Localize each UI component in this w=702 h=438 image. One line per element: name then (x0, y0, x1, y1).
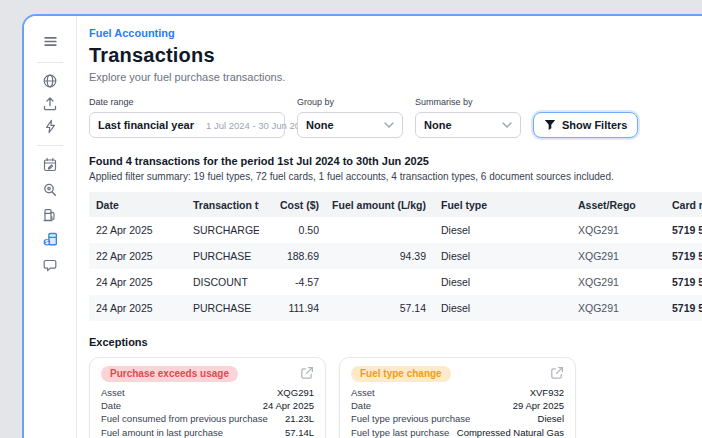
table-cell: Diesel (426, 250, 566, 262)
table-cell: 5719 52 (661, 250, 702, 262)
lightning-icon (43, 119, 58, 134)
table-cell: 57.14 (319, 302, 426, 314)
table-body: 22 Apr 2025SURCHARGE0.50DieselXQG2915719… (89, 217, 702, 321)
exception-detail-row: Fuel amount in last purchase57.14L (101, 426, 314, 438)
table-cell: 22 Apr 2025 (89, 250, 186, 262)
date-range-value: Last financial year (98, 119, 194, 131)
date-range-select[interactable]: Last financial year 1 Jul 2024 - 30 Jun … (89, 112, 285, 138)
table-cell: XQG291 (566, 250, 661, 262)
exception-detail-row: AssetXQG291 (101, 386, 314, 399)
sidebar-item-fuel-accounting[interactable]: $ (38, 227, 62, 252)
exception-detail-value: Diesel (538, 412, 564, 425)
exception-detail-value: XQG291 (277, 386, 314, 399)
group-by-label: Group by (297, 97, 403, 108)
table-cell: 111.94 (259, 302, 319, 314)
exception-detail-row: Fuel consumed from previous purchase21.2… (101, 412, 314, 425)
sidebar-item-globe[interactable] (38, 69, 62, 92)
exception-detail-value: 21.23L (285, 412, 314, 425)
exception-detail-label: Fuel amount in last purchase (101, 426, 223, 438)
results-summary: Found 4 transactions for the period 1st … (89, 154, 702, 168)
table-cell: 22 Apr 2025 (89, 224, 186, 236)
app-window: $ Fuel Accounting Transactions Explore y… (22, 14, 702, 438)
date-range-dates: 1 Jul 2024 - 30 Jun 2025 (206, 120, 311, 131)
exception-detail-value: 29 Apr 2025 (513, 399, 564, 412)
column-header: Cost ($) (259, 199, 319, 211)
main-content: Fuel Accounting Transactions Explore you… (77, 16, 702, 438)
svg-text:$: $ (44, 239, 48, 245)
column-header: Card number (661, 199, 702, 211)
table-row[interactable]: 22 Apr 2025PURCHASE188.6994.39DieselXQG2… (89, 243, 702, 269)
page-subtitle: Explore your fuel purchase transactions. (89, 70, 702, 84)
date-range-label: Date range (89, 97, 285, 108)
table-row[interactable]: 22 Apr 2025SURCHARGE0.50DieselXQG2915719… (89, 217, 702, 243)
sidebar-item-search-location[interactable] (38, 177, 62, 202)
table-cell: SURCHARGE (186, 224, 259, 236)
column-header: Asset/Rego (566, 199, 661, 211)
calendar-icon (42, 157, 58, 173)
breadcrumb[interactable]: Fuel Accounting (89, 26, 702, 40)
search-location-icon (42, 182, 58, 198)
exception-cards: Purchase exceeds usageAssetXQG291Date24 … (89, 357, 702, 438)
external-link-icon (550, 368, 564, 383)
exception-detail-row: AssetXVF932 (351, 386, 564, 399)
sidebar-item-chat[interactable] (38, 252, 62, 277)
column-header: Transaction type (186, 199, 259, 211)
exception-detail-label: Date (101, 399, 121, 412)
page-title: Transactions (89, 42, 702, 68)
table-cell: DISCOUNT (186, 276, 259, 288)
open-exception-button[interactable] (550, 366, 564, 380)
applied-filter-summary: Applied filter summary: 19 fuel types, 7… (89, 170, 702, 183)
table-cell: PURCHASE (186, 302, 259, 314)
exception-card: Purchase exceeds usageAssetXQG291Date24 … (89, 357, 326, 438)
chevron-down-icon (502, 122, 512, 128)
group-by-group: Group by None (297, 97, 403, 138)
sidebar-item-upload[interactable] (38, 92, 62, 115)
exception-detail-label: Fuel type previous purchase (351, 412, 470, 425)
group-by-select[interactable]: None (297, 112, 403, 138)
chevron-down-icon (384, 122, 394, 128)
table-cell: XQG291 (566, 224, 661, 236)
exception-card: Fuel type changeAssetXVF932Date29 Apr 20… (339, 357, 576, 438)
table-cell: 24 Apr 2025 (89, 276, 186, 288)
table-row[interactable]: 24 Apr 2025DISCOUNT-4.57DieselXQG2915719… (89, 269, 702, 295)
exception-detail-value: XVF932 (530, 386, 564, 399)
sidebar-item-calendar[interactable] (38, 152, 62, 177)
summarise-by-label: Summarise by (415, 97, 521, 108)
sidebar-item-lightning[interactable] (38, 115, 62, 138)
filter-funnel-icon (544, 119, 556, 131)
table-cell: 5719 52 (661, 276, 702, 288)
open-exception-button[interactable] (300, 366, 314, 380)
exception-detail-label: Fuel type last purchase (351, 426, 449, 438)
table-row[interactable]: 24 Apr 2025PURCHASE111.9457.14DieselXQG2… (89, 295, 702, 321)
exception-detail-row: Fuel type previous purchaseDiesel (351, 412, 564, 425)
menu-icon (42, 33, 59, 50)
globe-icon (42, 73, 58, 89)
exception-detail-label: Asset (101, 386, 125, 399)
summarise-by-group: Summarise by None (415, 97, 521, 138)
upload-icon (42, 96, 58, 112)
table-cell: 5719 52 (661, 302, 702, 314)
sidebar-divider (37, 145, 63, 146)
column-header: Date (89, 199, 186, 211)
exception-detail-row: Fuel type last purchaseCompressed Natura… (351, 426, 564, 438)
filter-row: Date range Last financial year 1 Jul 202… (89, 97, 702, 138)
sidebar-item-menu[interactable] (38, 30, 62, 53)
external-link-icon (300, 368, 314, 383)
table-cell: 94.39 (319, 250, 426, 262)
table-cell: XQG291 (566, 302, 661, 314)
exception-detail-label: Asset (351, 386, 375, 399)
chat-icon (42, 257, 58, 273)
show-filters-button[interactable]: Show Filters (533, 112, 638, 138)
group-by-value: None (306, 119, 334, 131)
table-header-row: DateTransaction typeCost ($)Fuel amount … (89, 192, 702, 217)
exception-detail-row: Date24 Apr 2025 (101, 399, 314, 412)
table-cell: -4.57 (259, 276, 319, 288)
exception-detail-row: Date29 Apr 2025 (351, 399, 564, 412)
exception-detail-value: 24 Apr 2025 (263, 399, 314, 412)
exceptions-heading: Exceptions (89, 336, 702, 348)
column-header: Fuel type (426, 199, 566, 211)
fuel-accounting-icon: $ (42, 231, 59, 248)
exception-badge: Purchase exceeds usage (101, 366, 238, 382)
summarise-by-select[interactable]: None (415, 112, 521, 138)
sidebar-item-fuel-pump[interactable] (38, 202, 62, 227)
